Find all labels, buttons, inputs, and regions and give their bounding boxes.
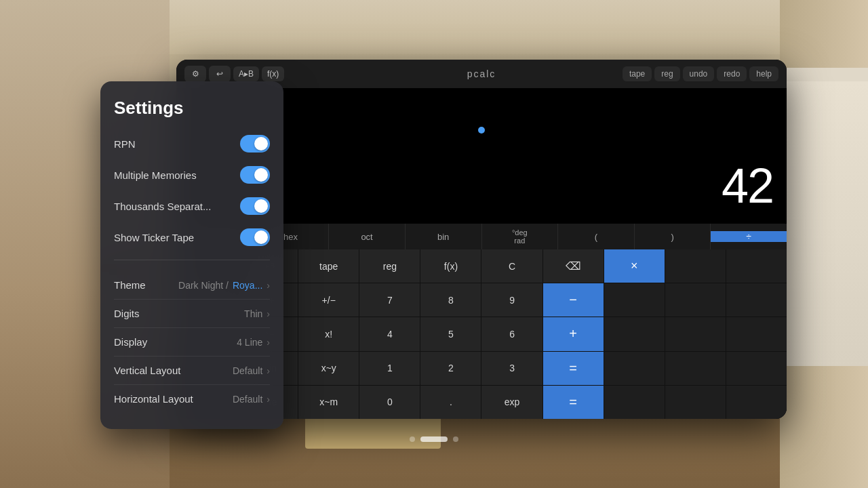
btn-5[interactable]: 5 <box>420 317 481 350</box>
toggle-rpn[interactable] <box>240 135 270 152</box>
fx-button[interactable]: f(x) <box>262 66 284 81</box>
btn-empty6 <box>726 283 787 317</box>
btn-x-swap-m[interactable]: x~m <box>298 386 359 419</box>
toggle-row-thousands: Thousands Separat... <box>114 197 270 215</box>
chevron-horizontal-layout-icon: › <box>267 394 270 405</box>
toggle-row-memories: Multiple Memories <box>114 166 270 184</box>
tape-button[interactable]: tape <box>623 66 652 81</box>
menu-row-display[interactable]: Display 4 Line › <box>114 328 270 357</box>
btn-0[interactable]: 0 <box>359 386 420 419</box>
toolbar-right-group: tape reg undo redo help <box>623 66 778 81</box>
toggle-label-ticker: Show Ticker Tape <box>114 232 194 243</box>
btn-plus-minus[interactable]: +/− <box>298 283 359 317</box>
btn-empty7 <box>604 317 665 350</box>
help-button[interactable]: help <box>749 66 778 81</box>
redo-button[interactable]: redo <box>717 66 747 81</box>
toggle-thumb-ticker <box>254 230 268 244</box>
menu-value-display: 4 Line <box>237 337 262 348</box>
btn-backspace[interactable]: ⌫ <box>543 249 604 283</box>
chevron-vertical-layout-icon: › <box>267 365 270 376</box>
menu-row-vertical-layout[interactable]: Vertical Layout Default › <box>114 357 270 385</box>
menu-label-display: Display <box>114 336 147 348</box>
toggle-label-memories: Multiple Memories <box>114 169 197 181</box>
btn-empty3 <box>726 249 787 283</box>
btn-empty14 <box>665 386 726 419</box>
btn-plus[interactable]: + <box>543 317 604 350</box>
toggle-row-rpn: RPN <box>114 135 270 152</box>
mode-open-paren[interactable]: ( <box>558 224 635 249</box>
fx-label: f(x) <box>267 69 279 79</box>
page-dot-1 <box>410 436 415 442</box>
btn-reg[interactable]: reg <box>359 249 420 283</box>
btn-1[interactable]: 1 <box>359 352 420 385</box>
btn-multiply[interactable]: × <box>604 249 665 283</box>
menu-value-vertical-layout: Default <box>233 365 262 376</box>
btn-fx[interactable]: f(x) <box>420 249 481 283</box>
mode-close-paren[interactable]: ) <box>635 224 711 249</box>
btn-empty9 <box>726 317 787 350</box>
btn-4[interactable]: 4 <box>359 317 420 350</box>
btn-factorial[interactable]: x! <box>298 317 359 350</box>
btn-7[interactable]: 7 <box>359 283 420 317</box>
menu-label-theme: Theme <box>114 279 146 291</box>
gear-button[interactable]: ⚙ <box>184 66 206 82</box>
menu-label-horizontal-layout: Horizontal Layout <box>114 393 193 405</box>
menu-value-theme-container: Dark Night / Roya... › <box>178 280 270 291</box>
page-dot-2 <box>420 436 448 442</box>
menu-value-vertical-layout-container: Default › <box>233 365 270 376</box>
btn-equals-bottom[interactable]: = <box>543 386 604 419</box>
btn-empty13 <box>604 386 665 419</box>
toggle-ticker[interactable] <box>240 228 270 246</box>
toggle-thumb-memories <box>254 168 268 182</box>
menu-label-vertical-layout: Vertical Layout <box>114 365 180 376</box>
toggle-thumb-rpn <box>254 137 268 150</box>
btn-empty10 <box>604 352 665 385</box>
toggle-row-ticker: Show Ticker Tape <box>114 228 270 246</box>
btn-8[interactable]: 8 <box>420 283 481 317</box>
btn-dot[interactable]: . <box>420 386 481 419</box>
menu-value-digits: Thin <box>244 308 262 319</box>
ab-label: A▸B <box>239 69 254 79</box>
menu-value-horizontal-layout: Default <box>233 394 262 405</box>
btn-exp[interactable]: exp <box>481 386 542 419</box>
chevron-theme-icon: › <box>267 280 270 291</box>
back-button[interactable]: ↩ <box>209 66 231 82</box>
menu-row-digits[interactable]: Digits Thin › <box>114 300 270 328</box>
ab-button[interactable]: A▸B <box>233 66 259 81</box>
btn-empty2 <box>665 249 726 283</box>
menu-value-theme: Dark Night / <box>178 280 229 291</box>
btn-3[interactable]: 3 <box>481 352 542 385</box>
chevron-display-icon: › <box>267 337 270 348</box>
menu-value-theme-highlight: Roya... <box>233 280 262 291</box>
btn-6[interactable]: 6 <box>481 317 542 350</box>
display-dot <box>478 127 485 134</box>
menu-value-digits-container: Thin › <box>244 308 270 319</box>
btn-divide[interactable]: ÷ <box>711 231 787 242</box>
page-dot-3 <box>453 436 458 442</box>
menu-row-horizontal-layout[interactable]: Horizontal Layout Default › <box>114 385 270 413</box>
menu-row-theme[interactable]: Theme Dark Night / Roya... › <box>114 271 270 300</box>
btn-empty8 <box>665 317 726 350</box>
btn-empty12 <box>726 352 787 385</box>
toggle-memories[interactable] <box>240 166 270 184</box>
btn-clear[interactable]: C <box>481 249 542 283</box>
btn-x-swap-y[interactable]: x~y <box>298 352 359 385</box>
gear-icon: ⚙ <box>190 68 201 79</box>
btn-tape[interactable]: tape <box>298 249 359 283</box>
page-indicator <box>410 436 458 442</box>
reg-button[interactable]: reg <box>654 66 679 81</box>
mode-deg-rad[interactable]: °degrad <box>482 224 559 249</box>
btn-2[interactable]: 2 <box>420 352 481 385</box>
mode-bin[interactable]: bin <box>406 224 482 249</box>
btn-empty15 <box>726 386 787 419</box>
mode-oct[interactable]: oct <box>329 224 406 249</box>
btn-empty4 <box>604 283 665 317</box>
undo-button[interactable]: undo <box>683 66 715 81</box>
toggle-thousands[interactable] <box>240 197 270 215</box>
btn-minus[interactable]: − <box>543 283 604 317</box>
toggle-label-rpn: RPN <box>114 138 136 150</box>
btn-9[interactable]: 9 <box>481 283 542 317</box>
btn-equals-top[interactable]: = <box>543 352 604 385</box>
toggle-label-thousands: Thousands Separat... <box>114 201 211 212</box>
settings-title: Settings <box>114 98 270 119</box>
